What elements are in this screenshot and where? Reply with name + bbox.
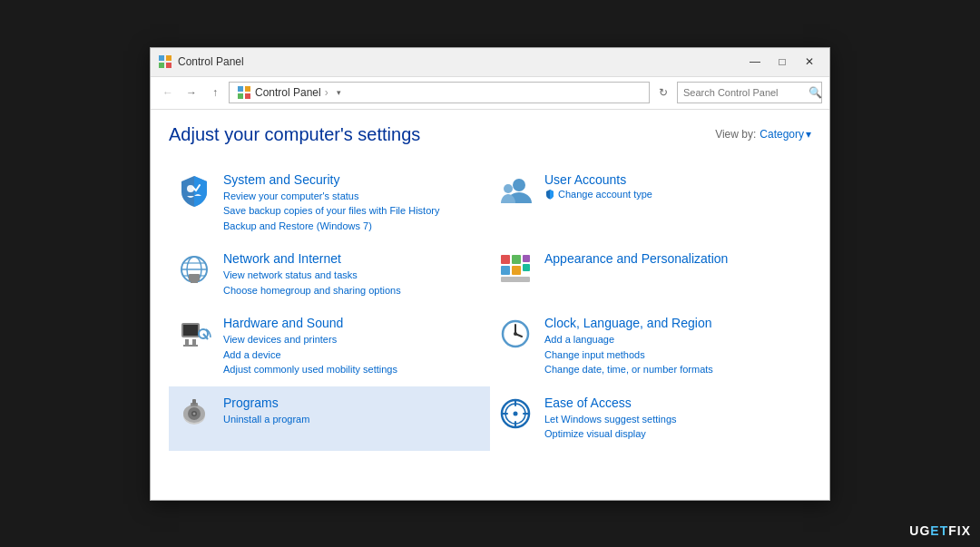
backup-restore-link[interactable]: Backup and Restore (Windows 7) — [223, 219, 483, 234]
search-box: 🔍 — [677, 82, 822, 103]
change-account-link[interactable]: Change account type — [544, 189, 804, 200]
svg-rect-22 — [523, 255, 530, 262]
user-accounts-content: User Accounts Change account type — [544, 172, 804, 200]
svg-point-35 — [514, 332, 517, 336]
homegroup-link[interactable]: Choose homegroup and sharing options — [223, 283, 483, 298]
svg-rect-16 — [189, 274, 200, 281]
svg-rect-28 — [192, 339, 196, 345]
category-user-accounts[interactable]: User Accounts Change account type — [490, 163, 811, 243]
categories-grid: System and Security Review your computer… — [169, 163, 811, 451]
window-title: Control Panel — [178, 55, 742, 68]
ease-of-access-icon — [497, 396, 534, 432]
svg-rect-29 — [183, 345, 198, 347]
shield-badge-icon — [544, 189, 555, 200]
review-status-link[interactable]: Review your computer's status — [223, 189, 483, 204]
view-by-dropdown[interactable]: Category ▾ — [760, 128, 811, 141]
hardware-sound-title[interactable]: Hardware and Sound — [223, 316, 483, 330]
close-button[interactable]: ✕ — [797, 53, 822, 71]
search-input[interactable] — [683, 87, 808, 98]
windows-suggest-link[interactable]: Let Windows suggest settings — [544, 412, 804, 427]
view-by-value-text: Category — [760, 128, 804, 141]
add-device-link[interactable]: Add a device — [223, 347, 483, 363]
address-path[interactable]: Control Panel › ▾ — [229, 82, 650, 103]
programs-icon — [176, 396, 212, 432]
back-button[interactable]: ← — [158, 83, 178, 103]
maximize-button[interactable]: □ — [769, 53, 795, 71]
page-title: Adjust your computer's settings — [169, 124, 420, 145]
forward-button[interactable]: → — [181, 83, 201, 103]
svg-rect-23 — [523, 264, 530, 271]
page-header: Adjust your computer's settings View by:… — [169, 124, 811, 145]
svg-rect-1 — [166, 55, 172, 61]
appearance-icon — [497, 251, 534, 288]
clock-language-icon — [497, 316, 534, 352]
svg-rect-5 — [245, 86, 250, 92]
category-ease-of-access[interactable]: Ease of Access Let Windows suggest setti… — [490, 386, 811, 451]
programs-content: Programs Uninstall a program — [223, 396, 483, 427]
input-methods-link[interactable]: Change input methods — [544, 347, 804, 363]
optimize-display-link[interactable]: Optimize visual display — [544, 426, 804, 442]
window-icon — [158, 54, 172, 69]
category-network-internet[interactable]: Network and Internet View network status… — [169, 242, 490, 307]
path-arrow: › — [325, 86, 328, 99]
title-bar: Control Panel — □ ✕ — [151, 48, 829, 77]
view-by-label: View by: — [715, 128, 756, 141]
view-by-arrow: ▾ — [806, 128, 811, 141]
dropdown-arrow[interactable]: ▾ — [332, 85, 347, 100]
svg-rect-0 — [159, 55, 164, 61]
svg-rect-19 — [512, 255, 521, 264]
datetime-format-link[interactable]: Change date, time, or number formats — [544, 362, 804, 377]
svg-rect-24 — [501, 277, 530, 282]
svg-rect-2 — [159, 63, 164, 68]
refresh-button[interactable]: ↻ — [653, 83, 673, 103]
address-bar: ← → ↑ Control Panel › ▾ ↻ 🔍 — [151, 77, 829, 110]
svg-rect-21 — [512, 266, 521, 275]
branding-watermark: UGETFIX — [909, 523, 971, 538]
svg-rect-26 — [183, 325, 198, 336]
user-accounts-title[interactable]: User Accounts — [544, 172, 804, 187]
system-security-title[interactable]: System and Security — [223, 172, 483, 187]
svg-rect-42 — [192, 399, 196, 405]
svg-rect-3 — [166, 63, 172, 68]
network-status-link[interactable]: View network status and tasks — [223, 268, 483, 283]
path-icon — [237, 85, 251, 100]
network-internet-icon — [176, 251, 212, 288]
view-by-control: View by: Category ▾ — [715, 128, 811, 141]
category-clock-language[interactable]: Clock, Language, and Region Add a langua… — [490, 307, 811, 386]
svg-rect-6 — [238, 93, 243, 99]
network-internet-title[interactable]: Network and Internet — [223, 251, 483, 266]
devices-printers-link[interactable]: View devices and printers — [223, 332, 483, 347]
svg-rect-18 — [501, 255, 510, 264]
user-accounts-icon — [497, 172, 534, 209]
clock-language-content: Clock, Language, and Region Add a langua… — [544, 316, 804, 377]
ease-of-access-title[interactable]: Ease of Access — [544, 396, 804, 410]
svg-point-40 — [193, 412, 196, 415]
system-security-content: System and Security Review your computer… — [223, 172, 483, 234]
hardware-sound-content: Hardware and Sound View devices and prin… — [223, 316, 483, 377]
add-language-link[interactable]: Add a language — [544, 332, 804, 347]
clock-language-title[interactable]: Clock, Language, and Region — [544, 316, 804, 330]
file-history-link[interactable]: Save backup copies of your files with Fi… — [223, 203, 483, 219]
category-system-security[interactable]: System and Security Review your computer… — [169, 163, 490, 243]
change-account-text: Change account type — [558, 189, 652, 200]
mobility-settings-link[interactable]: Adjust commonly used mobility settings — [223, 362, 483, 377]
appearance-title[interactable]: Appearance and Personalization — [544, 251, 804, 266]
content-area: Adjust your computer's settings View by:… — [151, 110, 829, 500]
svg-rect-20 — [501, 266, 510, 275]
svg-rect-4 — [238, 86, 243, 92]
uninstall-program-link[interactable]: Uninstall a program — [223, 412, 483, 427]
programs-title[interactable]: Programs — [223, 396, 483, 410]
search-icon[interactable]: 🔍 — [808, 86, 822, 99]
category-programs[interactable]: Programs Uninstall a program — [169, 386, 490, 451]
svg-rect-27 — [185, 339, 189, 345]
svg-rect-17 — [191, 281, 198, 283]
window-controls: — □ ✕ — [742, 53, 822, 71]
up-button[interactable]: ↑ — [205, 83, 225, 103]
path-text: Control Panel — [255, 86, 321, 99]
category-hardware-sound[interactable]: Hardware and Sound View devices and prin… — [169, 307, 490, 386]
svg-point-10 — [504, 184, 513, 193]
category-appearance[interactable]: Appearance and Personalization — [490, 242, 811, 307]
svg-point-45 — [514, 411, 518, 415]
minimize-button[interactable]: — — [742, 53, 768, 71]
svg-point-9 — [513, 179, 525, 191]
